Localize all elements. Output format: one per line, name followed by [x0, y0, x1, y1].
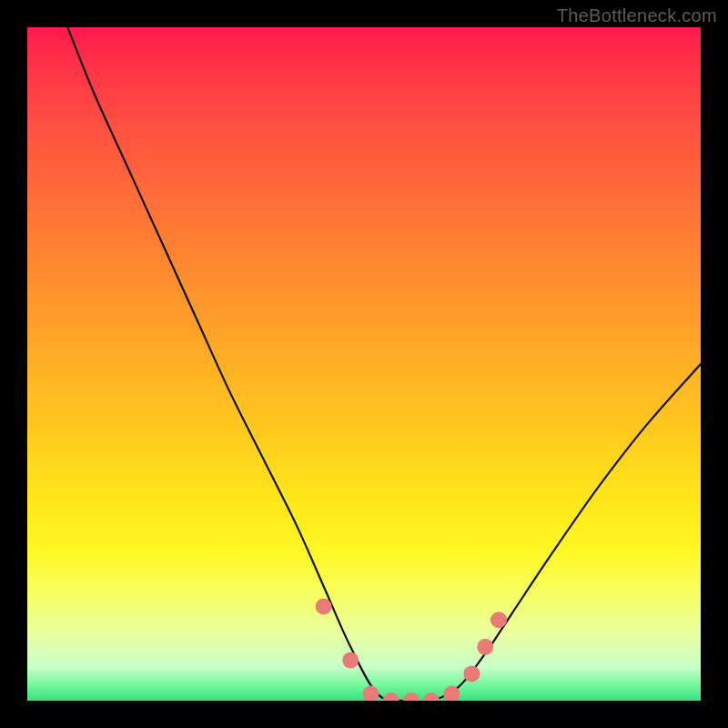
chart-frame: TheBottleneck.com — [0, 0, 728, 728]
highlight-dot — [423, 693, 440, 701]
curve-path — [67, 27, 701, 701]
highlight-dot — [490, 612, 507, 628]
plot-area — [27, 27, 701, 701]
bottleneck-curve — [67, 27, 701, 701]
highlight-dot — [342, 652, 359, 669]
highlight-dot — [383, 693, 399, 701]
highlight-dot — [477, 639, 493, 655]
highlight-dot — [403, 693, 420, 701]
curve-layer — [27, 27, 701, 701]
highlight-dots — [316, 598, 507, 701]
highlight-dot — [316, 598, 332, 614]
highlight-dot — [362, 686, 379, 701]
highlight-dot — [463, 665, 480, 682]
watermark-text: TheBottleneck.com — [557, 5, 717, 26]
